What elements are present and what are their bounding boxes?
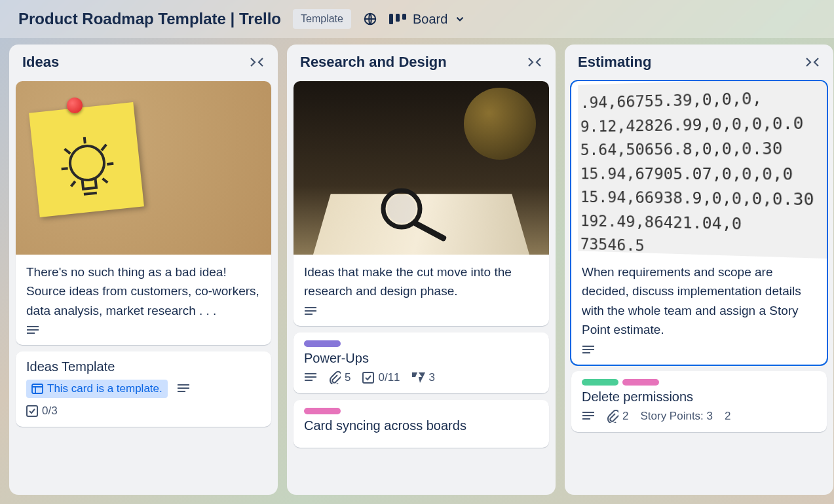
card[interactable]: Delete permissions 2 Story Points: 3 2 xyxy=(571,371,827,432)
checklist-badge: 0/11 xyxy=(362,371,400,384)
card-cover-image: .94,66755.39,0,0,0, 9.12,42826.99,0,0,0,… xyxy=(578,81,827,259)
view-switcher[interactable]: Board xyxy=(389,12,466,27)
card[interactable]: Ideas Template This card is a template. xyxy=(16,351,271,427)
svg-rect-3 xyxy=(402,14,406,20)
card[interactable]: There's no such thing as a bad idea! Sou… xyxy=(16,81,271,345)
card[interactable]: .94,66755.39,0,0,0, 9.12,42826.99,0,0,0,… xyxy=(571,81,827,365)
board-title: Product Roadmap Template | Trello xyxy=(18,10,281,28)
powerup-badge: 3 xyxy=(412,371,435,384)
card-cover-image xyxy=(16,81,271,255)
card-text: Ideas that make the cut move into the re… xyxy=(304,262,539,301)
svg-rect-9 xyxy=(413,220,447,242)
collapse-icon[interactable] xyxy=(527,56,542,68)
attachment-badge: 5 xyxy=(329,371,351,384)
board-view-icon xyxy=(389,12,406,26)
svg-rect-5 xyxy=(32,384,43,393)
card-labels xyxy=(304,408,539,414)
description-icon xyxy=(582,345,595,355)
svg-rect-6 xyxy=(27,406,37,416)
template-icon xyxy=(31,384,43,394)
checklist-badge: 0/3 xyxy=(26,405,58,418)
description-icon xyxy=(26,325,39,336)
list-title[interactable]: Ideas xyxy=(22,54,59,71)
template-badge[interactable]: Template xyxy=(293,9,351,29)
view-label: Board xyxy=(413,12,447,27)
board-area: Ideas There's no such thing as a bad ide… xyxy=(0,38,834,501)
label-green[interactable] xyxy=(582,379,618,386)
card-text: There's no such thing as a bad idea! Sou… xyxy=(26,262,261,320)
card-title: Ideas Template xyxy=(26,359,261,374)
card-text: When requirements and scope are decided,… xyxy=(582,262,816,340)
card-title: Card syncing across boards xyxy=(304,418,539,433)
globe-icon[interactable] xyxy=(363,12,377,26)
card-cover-image xyxy=(294,81,549,255)
card[interactable]: Card syncing across boards xyxy=(294,400,549,448)
extra-badge: 2 xyxy=(725,410,730,423)
list-title[interactable]: Estimating xyxy=(578,54,651,71)
list-estimating: Estimating .94,66755.39,0,0,0, 9.12,4282… xyxy=(565,45,833,495)
svg-rect-10 xyxy=(363,372,373,383)
list-title[interactable]: Research and Design xyxy=(300,54,447,71)
template-card-badge: This card is a template. xyxy=(26,380,168,398)
card[interactable]: Power-Ups 5 0/11 xyxy=(294,333,549,393)
card-labels xyxy=(304,340,539,347)
label-pink[interactable] xyxy=(622,379,659,386)
card-title: Delete permissions xyxy=(582,389,816,405)
description-icon xyxy=(304,306,317,317)
label-pink[interactable] xyxy=(304,408,341,414)
card[interactable]: Ideas that make the cut move into the re… xyxy=(294,81,549,326)
card-title: Power-Ups xyxy=(304,351,539,366)
label-purple[interactable] xyxy=(304,340,341,347)
story-points-badge: Story Points: 3 xyxy=(640,410,713,423)
list-ideas: Ideas There's no such thing as a bad ide… xyxy=(9,45,278,495)
chevron-down-icon xyxy=(454,13,466,25)
collapse-icon[interactable] xyxy=(805,56,820,68)
svg-rect-2 xyxy=(396,14,400,22)
svg-point-8 xyxy=(387,194,416,223)
description-icon xyxy=(304,372,317,383)
svg-rect-1 xyxy=(389,14,393,24)
list-research-design: Research and Design Ideas that make the … xyxy=(287,45,556,495)
card-labels xyxy=(582,379,816,386)
description-icon xyxy=(177,384,190,394)
svg-point-4 xyxy=(68,144,105,181)
attachment-badge: 2 xyxy=(607,410,628,423)
description-icon xyxy=(582,411,595,422)
board-header: Product Roadmap Template | Trello Templa… xyxy=(0,0,834,38)
collapse-icon[interactable] xyxy=(249,56,265,68)
